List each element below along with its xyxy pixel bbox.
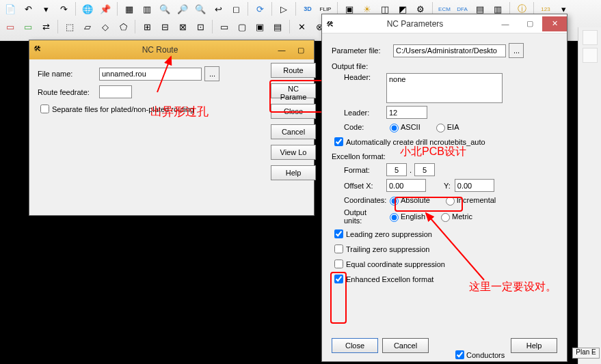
zoom-in-icon[interactable]: 🔎 xyxy=(175,1,190,16)
panel-icon-1[interactable] xyxy=(583,30,598,45)
browse-button[interactable]: ... xyxy=(204,66,219,81)
view-log-button[interactable]: View Lo xyxy=(271,145,316,160)
leader-label: Leader: xyxy=(332,109,386,117)
conductors-label: Conductors xyxy=(466,351,505,359)
select-icon[interactable]: ◻ xyxy=(228,1,243,16)
code-ascii-label: ASCII xyxy=(401,123,420,131)
annotation-watermark: 小北PCB设计 xyxy=(400,145,466,159)
param-app-icon: 🛠 xyxy=(326,20,337,28)
nc-parameters-dialog: 🛠 NC Parameters — ▢ ✕ Parameter file: ..… xyxy=(321,14,567,362)
coords-inc-label: Incremental xyxy=(457,196,496,204)
minimize-button[interactable]: — xyxy=(273,44,291,56)
shape4-icon[interactable]: ⬠ xyxy=(116,19,131,34)
offset-x-input[interactable] xyxy=(386,179,426,192)
annotation-bottom: 这里一定要设对。 xyxy=(469,280,557,294)
svg-line-0 xyxy=(157,57,171,92)
zoom-out-icon[interactable]: 🔍 xyxy=(193,1,208,16)
code-label: Code: xyxy=(332,123,386,131)
undo-icon[interactable]: ↶ xyxy=(21,1,36,16)
param-file-label: Parameter file: xyxy=(332,46,393,55)
feedrate-label: Route feedrate: xyxy=(38,88,99,96)
coords-absolute-radio[interactable] xyxy=(390,197,399,206)
draw2-icon[interactable]: ▢ xyxy=(235,19,250,34)
shape2-icon[interactable]: ▱ xyxy=(80,19,95,34)
cancel-button[interactable]: Cancel xyxy=(271,124,316,139)
maximize-button[interactable]: ▢ xyxy=(292,44,310,56)
param-minimize-button[interactable]: — xyxy=(493,16,518,31)
coords-incremental-radio[interactable] xyxy=(446,197,455,206)
redo-icon[interactable]: ↷ xyxy=(56,1,71,16)
units-english-radio[interactable] xyxy=(390,213,399,222)
code-ascii-radio[interactable] xyxy=(390,124,399,132)
format-b-input[interactable] xyxy=(414,163,435,176)
grid4-icon[interactable]: ⊡ xyxy=(193,19,208,34)
nc-parameters-button[interactable]: NC Parame xyxy=(271,83,316,98)
grid-icon[interactable]: ▦ xyxy=(122,1,137,16)
shape3-icon[interactable]: ◇ xyxy=(98,19,113,34)
shape1-icon[interactable]: ⬚ xyxy=(62,19,77,34)
enhanced-checkbox[interactable] xyxy=(334,275,343,283)
format-a-input[interactable] xyxy=(386,163,407,176)
draw3-icon[interactable]: ▣ xyxy=(252,19,267,34)
param-browse-button[interactable]: ... xyxy=(509,43,524,58)
grid2-icon[interactable]: ⊟ xyxy=(157,19,172,34)
3d-icon[interactable]: 3D xyxy=(300,1,315,16)
conductors-checkbox[interactable] xyxy=(455,350,464,359)
leader-input[interactable] xyxy=(386,106,427,119)
code-eia-radio[interactable] xyxy=(436,124,445,132)
zoom-fit-icon[interactable]: 🔍 xyxy=(157,1,172,16)
units-label: Output units: xyxy=(332,208,386,225)
equal-coord-checkbox[interactable] xyxy=(334,260,343,268)
nc-parameters-title: NC Parameters xyxy=(337,19,493,29)
file-name-label: File name: xyxy=(38,70,99,78)
draw1-icon[interactable]: ▭ xyxy=(217,19,232,34)
feedrate-input[interactable] xyxy=(99,85,132,98)
pin-icon[interactable]: 📌 xyxy=(98,1,113,16)
param-cancel-btn[interactable]: Cancel xyxy=(382,338,429,353)
right-panel xyxy=(578,27,601,364)
rect-red-icon[interactable]: ▭ xyxy=(3,19,18,34)
param-close-btn[interactable]: Close xyxy=(332,338,378,353)
route-button-stack: Route NC Parame Close Cancel View Lo Hel… xyxy=(271,63,316,180)
param-close-button[interactable]: ✕ xyxy=(542,16,567,31)
plan-e-button[interactable]: Plan E xyxy=(572,348,600,359)
code-eia-label: EIA xyxy=(447,123,459,131)
trailing-zero-checkbox[interactable] xyxy=(334,244,343,253)
panel-icon-2[interactable] xyxy=(583,48,598,63)
auto-create-checkbox[interactable] xyxy=(334,137,343,146)
svg-line-1 xyxy=(426,213,484,280)
layers-icon[interactable]: ▥ xyxy=(139,1,155,16)
offset-y-input[interactable] xyxy=(455,179,494,192)
format-label: Format: xyxy=(332,166,386,174)
param-help-btn[interactable]: Help xyxy=(511,338,557,353)
close-button[interactable]: Close xyxy=(271,104,316,119)
globe-icon[interactable]: 🌐 xyxy=(80,1,95,16)
help-button[interactable]: Help xyxy=(271,165,316,180)
arrow-to-title xyxy=(137,51,178,99)
param-maximize-button[interactable]: ▢ xyxy=(518,16,542,31)
rect-green-icon[interactable]: ▭ xyxy=(21,19,36,34)
dropdown-icon[interactable]: ▾ xyxy=(38,1,53,16)
grid3-icon[interactable]: ⊠ xyxy=(175,19,190,34)
header-textarea[interactable]: none xyxy=(386,73,503,103)
arrow-to-format xyxy=(416,206,498,288)
zoom-prev-icon[interactable]: ↩ xyxy=(211,1,226,16)
new-icon[interactable]: 📄 xyxy=(3,1,18,16)
grid1-icon[interactable]: ⊞ xyxy=(139,19,155,34)
conductors-row: Conductors xyxy=(453,348,505,361)
param-file-input[interactable] xyxy=(393,44,506,57)
offset-x-label: Offset X: xyxy=(332,182,386,190)
coords-abs-label: Absolute xyxy=(401,196,430,204)
draw4-icon[interactable]: ▤ xyxy=(270,19,285,34)
separate-files-checkbox[interactable] xyxy=(40,104,49,113)
coords-label: Coordinates: xyxy=(332,196,386,204)
annotation-top: 出异形过孔 xyxy=(150,104,209,120)
offset-y-label: Y: xyxy=(444,182,451,190)
leading-zero-checkbox[interactable] xyxy=(334,229,343,238)
refresh-icon[interactable]: ⟳ xyxy=(252,1,267,16)
route-button[interactable]: Route xyxy=(271,63,316,78)
format-dot: . xyxy=(410,166,412,174)
arrow-icon[interactable]: ▷ xyxy=(276,1,291,16)
arrows-icon[interactable]: ⇄ xyxy=(38,19,53,34)
del1-icon[interactable]: ✕ xyxy=(294,19,309,34)
